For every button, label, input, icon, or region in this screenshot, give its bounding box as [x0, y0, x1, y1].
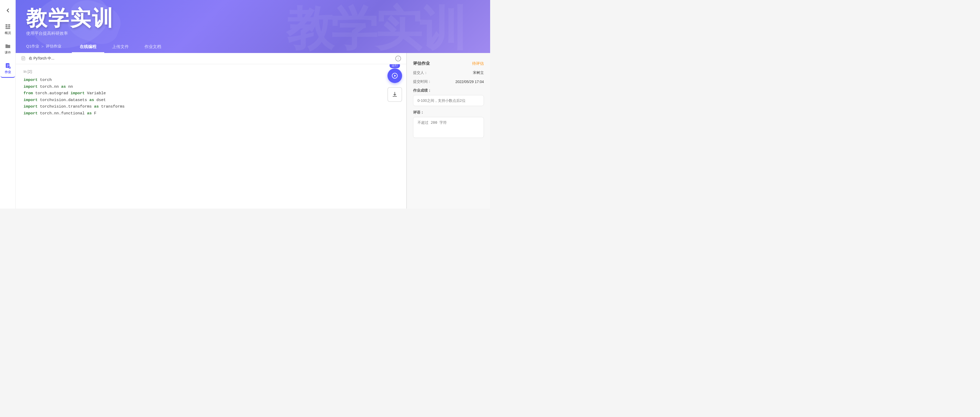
- file-tab-left: 在 PyTorch 中...: [21, 56, 54, 61]
- submitter-label: 提交人：: [413, 70, 428, 75]
- svg-rect-2: [5, 26, 8, 27]
- editor-panel: 在 PyTorch 中... i In [2]: import torch im…: [16, 53, 407, 209]
- sidebar-label-homework: 作业: [5, 70, 11, 75]
- submit-time-row: 提交时间： 2022/05/29 17:04: [413, 79, 484, 84]
- content-area: 在 PyTorch 中... i In [2]: import torch im…: [16, 53, 490, 209]
- folder-icon: [5, 43, 11, 49]
- header-banner: 教学实训 教学实训 使用平台提高科研效率 Q1作业 > 评估作业 在线编程 上传…: [16, 0, 490, 53]
- comment-textarea[interactable]: [413, 117, 484, 138]
- code-line-1: import torch: [24, 77, 125, 84]
- comment-section: 评语：: [413, 110, 484, 139]
- status-badge: 待评估: [472, 61, 484, 66]
- code-content: In [2]: import torch import torch.nn as …: [24, 70, 125, 203]
- banner-title: 教学实训: [26, 8, 480, 29]
- score-input[interactable]: [413, 95, 484, 106]
- editor-file-tab: 在 PyTorch 中... i: [16, 53, 406, 64]
- sidebar: 概况 课件 作业: [0, 0, 16, 209]
- sidebar-item-courseware[interactable]: 课件: [0, 40, 15, 57]
- right-panel-title: 评估作业: [413, 61, 430, 66]
- tab-online-coding[interactable]: 在线编程: [72, 41, 104, 53]
- svg-rect-0: [5, 24, 8, 25]
- breadcrumb: Q1作业 > 评估作业: [26, 44, 61, 53]
- tabs-bar: Q1作业 > 评估作业 在线编程 上传文件 作业文档: [26, 41, 480, 53]
- submitter-value: 宋树立: [473, 70, 484, 75]
- code-line-6: import torch.nn.functional as F: [24, 110, 125, 117]
- main-content: 教学实训 教学实训 使用平台提高科研效率 Q1作业 > 评估作业 在线编程 上传…: [16, 0, 490, 209]
- breadcrumb-item-2[interactable]: 评估作业: [46, 44, 61, 49]
- tab-homework-doc[interactable]: 作业文档: [137, 41, 169, 53]
- chevron-left-icon: [5, 8, 10, 13]
- info-icon[interactable]: i: [395, 55, 401, 61]
- svg-rect-3: [8, 26, 10, 27]
- right-panel: 评估作业 待评估 提交人： 宋树立 提交时间： 2022/05/29 17:04…: [407, 53, 490, 209]
- submitter-row: 提交人： 宋树立: [413, 70, 484, 75]
- play-icon: [391, 73, 398, 79]
- back-button[interactable]: [3, 5, 13, 16]
- right-panel-header: 评估作业 待评估: [413, 61, 484, 66]
- sidebar-label-overview: 概况: [5, 31, 11, 35]
- code-line-3: from torch.autograd import Variable: [24, 90, 125, 97]
- sidebar-item-homework[interactable]: 作业: [0, 60, 15, 78]
- code-block[interactable]: import torch import torch.nn as nn from …: [24, 77, 125, 117]
- svg-rect-4: [5, 28, 10, 29]
- sidebar-item-overview[interactable]: 概况: [0, 21, 15, 38]
- download-icon: [391, 91, 398, 98]
- breadcrumb-item-1[interactable]: Q1作业: [26, 44, 39, 49]
- submit-time-label: 提交时间：: [413, 79, 431, 84]
- code-prompt: In [2]:: [24, 70, 125, 74]
- sidebar-label-courseware: 课件: [5, 51, 11, 55]
- breadcrumb-separator: >: [41, 44, 44, 49]
- overview-icon: [5, 24, 11, 30]
- file-icon: [21, 56, 26, 61]
- score-section: 作业成绩：: [413, 88, 484, 106]
- run-button[interactable]: [387, 68, 402, 83]
- action-buttons: [383, 64, 406, 209]
- score-label: 作业成绩：: [413, 88, 484, 93]
- code-line-2: import torch.nn as nn: [24, 84, 125, 90]
- file-tab-name[interactable]: 在 PyTorch 中...: [29, 56, 54, 61]
- code-area: In [2]: import torch import torch.nn as …: [16, 64, 383, 209]
- tab-upload-file[interactable]: 上传文件: [104, 41, 137, 53]
- svg-marker-14: [394, 75, 396, 77]
- submit-time-value: 2022/05/29 17:04: [455, 80, 484, 84]
- code-line-5: import torchvision.transforms as transfo…: [24, 103, 125, 110]
- homework-icon: [5, 63, 11, 69]
- download-button[interactable]: [387, 87, 402, 102]
- banner-subtitle: 使用平台提高科研效率: [26, 31, 480, 36]
- code-line-4: import torchvision.datasets as dset: [24, 97, 125, 104]
- comment-label: 评语：: [413, 110, 484, 115]
- svg-rect-1: [8, 24, 10, 25]
